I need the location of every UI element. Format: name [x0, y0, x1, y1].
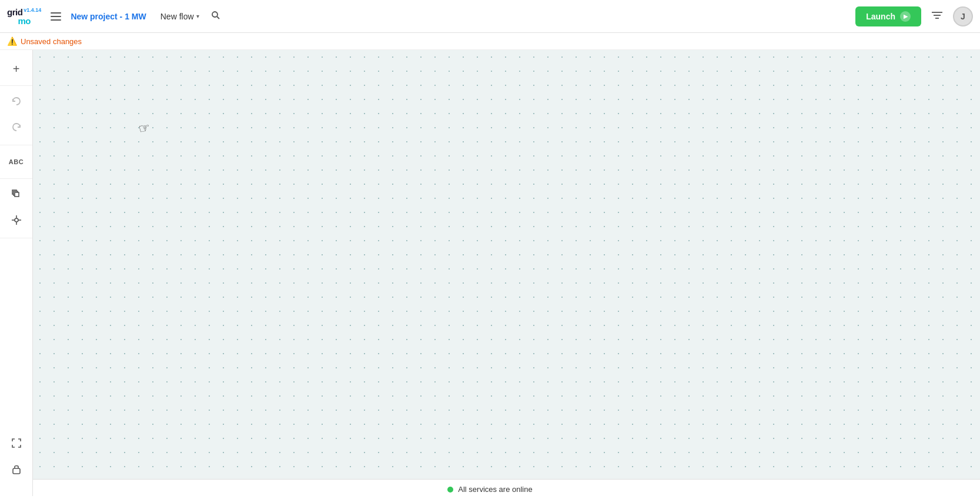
node-icon: [11, 215, 22, 228]
svg-point-8: [15, 218, 18, 222]
play-icon: ▶: [900, 11, 911, 22]
hamburger-line-2: [51, 16, 61, 17]
warning-icon: ⚠️: [7, 36, 17, 46]
logo-row: grid v1.4.14: [7, 8, 41, 16]
hamburger-line-1: [51, 12, 61, 14]
toolbar-group-history: [0, 91, 32, 145]
logo-mo-text: mo: [18, 16, 31, 25]
menu-button[interactable]: [46, 8, 66, 25]
text-tool-button[interactable]: ABC: [5, 150, 28, 174]
toolbar-group-zoom: +: [0, 57, 32, 86]
fit-screen-icon: [11, 438, 22, 451]
search-button[interactable]: [206, 6, 225, 27]
redo-icon: [11, 122, 22, 135]
toolbar-group-text: ABC: [0, 150, 32, 179]
project-name[interactable]: New project - 1 MW: [71, 12, 146, 21]
status-dot-icon: [447, 487, 453, 493]
flow-dropdown-label: New flow: [160, 12, 194, 21]
canvas-area: +: [0, 50, 980, 496]
layers-icon: [11, 189, 22, 202]
svg-rect-13: [13, 468, 20, 474]
filter-icon: [932, 12, 942, 22]
header-right: Launch ▶ J: [855, 6, 973, 26]
svg-line-1: [217, 16, 219, 19]
fit-screen-button[interactable]: [5, 433, 28, 456]
svg-rect-7: [15, 192, 19, 197]
zoom-in-button[interactable]: +: [5, 57, 28, 81]
unsaved-changes-bar: ⚠️ Unsaved changes: [0, 33, 980, 50]
unsaved-changes-text: Unsaved changes: [21, 37, 82, 46]
header: grid v1.4.14 mo New project - 1 MW New f…: [0, 0, 980, 33]
redo-button[interactable]: [5, 117, 28, 140]
svg-point-0: [212, 12, 218, 17]
launch-button[interactable]: Launch ▶: [855, 6, 921, 26]
logo-grid-text: grid: [7, 8, 22, 16]
chevron-down-icon: ▾: [196, 13, 199, 19]
status-text: All services are online: [458, 485, 532, 494]
avatar-button[interactable]: J: [953, 6, 973, 26]
logo-box: grid v1.4.14 mo: [7, 8, 41, 25]
flow-dropdown-button[interactable]: New flow ▾: [156, 9, 204, 24]
launch-label: Launch: [866, 12, 895, 21]
plus-icon: +: [13, 62, 20, 76]
lock-icon: [12, 464, 21, 477]
status-bar: All services are online: [0, 479, 980, 499]
avatar-initial: J: [961, 12, 965, 21]
hamburger-line-3: [51, 19, 61, 21]
left-toolbar: +: [0, 50, 33, 496]
layers-button[interactable]: [5, 184, 28, 207]
version-badge: v1.4.14: [24, 8, 41, 13]
undo-icon: [11, 96, 22, 109]
abc-icon: ABC: [9, 158, 24, 165]
node-button[interactable]: [5, 209, 28, 233]
main-canvas[interactable]: ☞: [33, 50, 980, 496]
cursor-indicator: ☞: [138, 119, 152, 137]
filter-button[interactable]: [928, 7, 946, 26]
search-icon: [211, 12, 220, 22]
lock-button[interactable]: [5, 458, 28, 482]
logo-mo-row: mo: [18, 16, 31, 25]
undo-button[interactable]: [5, 91, 28, 114]
toolbar-group-bottom: [0, 433, 32, 487]
toolbar-group-layers: [0, 184, 32, 238]
logo-area: grid v1.4.14 mo: [7, 8, 41, 25]
